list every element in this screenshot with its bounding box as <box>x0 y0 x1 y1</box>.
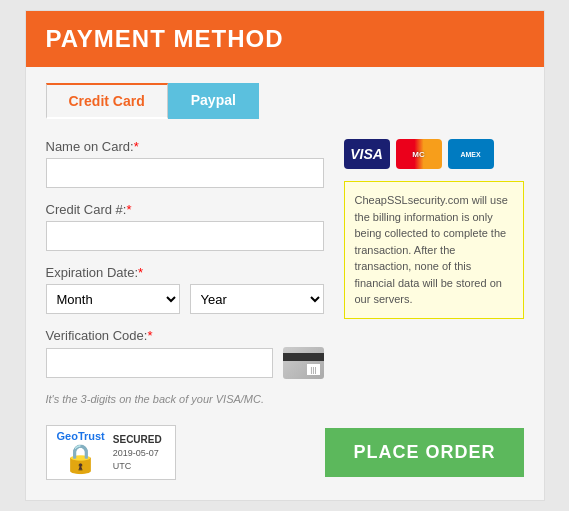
page-title: PAYMENT METHOD <box>46 25 524 53</box>
tab-paypal[interactable]: Paypal <box>168 83 259 119</box>
content-row: Name on Card:* Credit Card #:* Expiratio… <box>46 139 524 405</box>
place-order-button[interactable]: PLACE ORDER <box>325 428 523 477</box>
credit-card-label: Credit Card #:* <box>46 202 324 217</box>
name-on-card-label: Name on Card:* <box>46 139 324 154</box>
name-on-card-input[interactable] <box>46 158 324 188</box>
bottom-row: GeoTrust 🔒 SECURED 2019-05-07 UTC PLACE … <box>46 425 524 480</box>
verification-code-input[interactable] <box>46 348 273 378</box>
expiration-date-group: Expiration Date:* Month 010203 040506 07… <box>46 265 324 314</box>
verification-code-group: Verification Code:* <box>46 328 324 379</box>
geotrust-icon: GeoTrust 🔒 <box>57 430 105 475</box>
amex-logo: AMEX <box>448 139 494 169</box>
payment-header: PAYMENT METHOD <box>26 11 544 67</box>
geotrust-badge: GeoTrust 🔒 SECURED 2019-05-07 UTC <box>46 425 176 480</box>
credit-card-input[interactable] <box>46 221 324 251</box>
form-section: Name on Card:* Credit Card #:* Expiratio… <box>46 139 324 405</box>
payment-container: PAYMENT METHOD Credit Card Paypal Name o… <box>25 10 545 501</box>
expiration-date-label: Expiration Date:* <box>46 265 324 280</box>
cvv-card-icon <box>283 347 324 379</box>
hint-text: It's the 3-digits on the back of your VI… <box>46 393 324 405</box>
expiry-row: Month 010203 040506 070809 101112 Year 2… <box>46 284 324 314</box>
mastercard-logo: MC <box>396 139 442 169</box>
side-section: VISA MC AMEX CheapSSLsecurity.com will u… <box>344 139 524 405</box>
visa-logo: VISA <box>344 139 390 169</box>
year-select[interactable]: Year 202420252026 202720282029 2030 <box>190 284 324 314</box>
info-box: CheapSSLsecurity.com will use the billin… <box>344 181 524 319</box>
lock-icon: 🔒 <box>63 442 98 475</box>
geotrust-text: SECURED 2019-05-07 UTC <box>113 433 165 472</box>
credit-card-group: Credit Card #:* <box>46 202 324 251</box>
payment-body: Credit Card Paypal Name on Card:* Credit… <box>26 67 544 500</box>
month-select[interactable]: Month 010203 040506 070809 101112 <box>46 284 180 314</box>
tab-credit-card[interactable]: Credit Card <box>46 83 168 119</box>
name-on-card-group: Name on Card:* <box>46 139 324 188</box>
card-logos: VISA MC AMEX <box>344 139 524 169</box>
tabs: Credit Card Paypal <box>46 83 524 119</box>
verification-code-label: Verification Code:* <box>46 328 324 343</box>
verification-row <box>46 347 324 379</box>
